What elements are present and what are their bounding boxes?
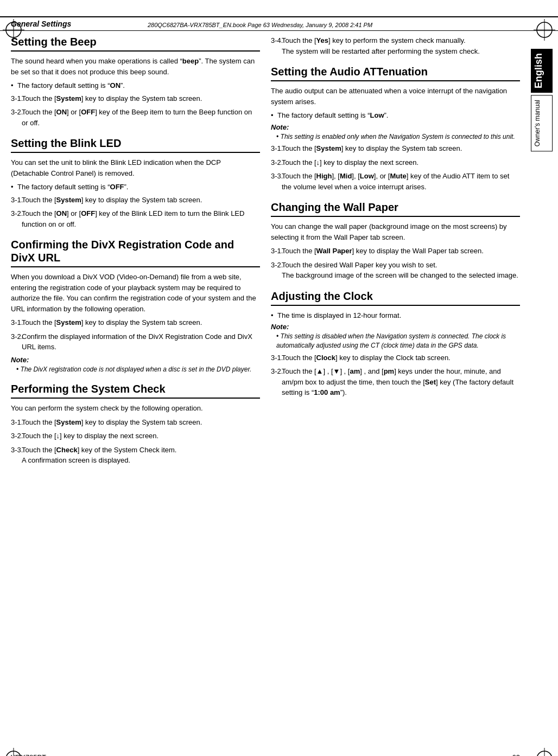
left-column: Setting the Beep The sound heard when yo…: [11, 31, 260, 469]
system-check-step3: 3-3.Touch the [Check] key of the System …: [11, 445, 260, 466]
blink-led-section: Setting the Blink LED You can set the un…: [11, 137, 260, 229]
divx-heading: Confirming the DivX Registration Code an…: [11, 238, 260, 267]
audio-att-step1: 3-1.Touch the [System] key to display th…: [271, 143, 520, 154]
clock-step2: 3-2.Touch the [▲] , [▼] , [am] , and [pm…: [271, 366, 520, 398]
book-info: 280QC6827BA-VRX785BT_EN.book Page 63 Wed…: [0, 22, 520, 28]
system-check-step1: 3-1.Touch the [System] key to display th…: [11, 417, 260, 428]
system-check-section: Performing the System Check You can perf…: [11, 382, 260, 466]
beep-body: The sound heard when you make operations…: [11, 56, 260, 77]
blink-led-step1: 3-1.Touch the [System] key to display th…: [11, 195, 260, 206]
clock-section: Adjusting the Clock The time is displaye…: [271, 290, 520, 398]
clock-bullet: The time is displayed in 12-hour format.: [271, 310, 520, 321]
wall-paper-body: You can change the wall paper (backgroun…: [271, 221, 520, 242]
divx-body: When you download a DivX VOD (Video-on-D…: [11, 272, 260, 314]
audio-att-step2: 3-2.Touch the [↓] key to display the nex…: [271, 157, 520, 168]
blink-led-body: You can set the unit to blink the Blink …: [11, 157, 260, 178]
blink-led-step2: 3-2.Touch the [ON] or [OFF] key of the B…: [11, 208, 260, 229]
wall-paper-step1: 3-1.Touch the [Wall Paper] key to displa…: [271, 246, 520, 257]
clock-heading: Adjusting the Clock: [271, 290, 520, 306]
model-number: VRX785BT: [11, 753, 46, 756]
blink-led-bullet: The factory default setting is “OFF”.: [11, 182, 260, 193]
system-check-heading: Performing the System Check: [11, 382, 260, 399]
audio-att-bullet: The factory default setting is “Low”.: [271, 110, 520, 121]
blink-led-heading: Setting the Blink LED: [11, 137, 260, 153]
audio-att-body: The audio output can be attenuated when …: [271, 86, 520, 107]
wall-paper-step2: 3-2.Touch the desired Wall Paper key you…: [271, 260, 520, 281]
page-container: 280QC6827BA-VRX785BT_EN.book Page 63 Wed…: [0, 16, 558, 756]
audio-att-step3: 3-3.Touch the [High], [Mid], [Low], or […: [271, 171, 520, 192]
clock-note-text: • This setting is disabled when the Navi…: [271, 332, 520, 350]
system-check-step4: 3-4.Touch the [Yes] key to perform the s…: [271, 35, 520, 56]
page-number: 63: [512, 753, 520, 756]
beep-step1: 3-1.Touch the [System] key to display th…: [11, 93, 260, 104]
right-column: 3-4.Touch the [Yes] key to perform the s…: [271, 31, 520, 469]
language-tab: English: [531, 49, 553, 93]
divx-section: Confirming the DivX Registration Code an…: [11, 238, 260, 374]
system-check-body: You can perform the system check by the …: [11, 403, 260, 414]
beep-bullet: The factory default setting is “ON”.: [11, 80, 260, 91]
audio-att-section: Setting the Audio ATTenuation The audio …: [271, 65, 520, 192]
audio-att-heading: Setting the Audio ATTenuation: [271, 65, 520, 81]
divx-note-label: Note:: [11, 356, 260, 364]
wall-paper-heading: Changing the Wall Paper: [271, 201, 520, 217]
beep-step2: 3-2.Touch the [ON] or [OFF] key of the B…: [11, 107, 260, 128]
divx-step1: 3-1.Touch the [System] key to display th…: [11, 317, 260, 328]
audio-att-note-label: Note:: [271, 123, 520, 131]
clock-step1: 3-1.Touch the [Clock] key to display the…: [271, 353, 520, 363]
system-check-step2: 3-2.Touch the [↓] key to display the nex…: [11, 431, 260, 441]
divx-note-text: • The DivX registration code is not disp…: [11, 365, 260, 374]
footer: VRX785BT 63: [11, 753, 520, 756]
clock-note-label: Note:: [271, 323, 520, 331]
divx-step2: 3-2.Confirm the displayed information of…: [11, 331, 260, 353]
manual-tab: Owner's manual: [531, 95, 553, 151]
right-sidebar: English Owner's manual: [525, 16, 558, 756]
main-content: Setting the Beep The sound heard when yo…: [0, 31, 558, 491]
system-check-continued: 3-4.Touch the [Yes] key to perform the s…: [271, 35, 520, 56]
wall-paper-section: Changing the Wall Paper You can change t…: [271, 201, 520, 281]
beep-section: Setting the Beep The sound heard when yo…: [11, 35, 260, 128]
audio-att-note-text: • This setting is enabled only when the …: [271, 132, 520, 142]
beep-heading: Setting the Beep: [11, 35, 260, 52]
